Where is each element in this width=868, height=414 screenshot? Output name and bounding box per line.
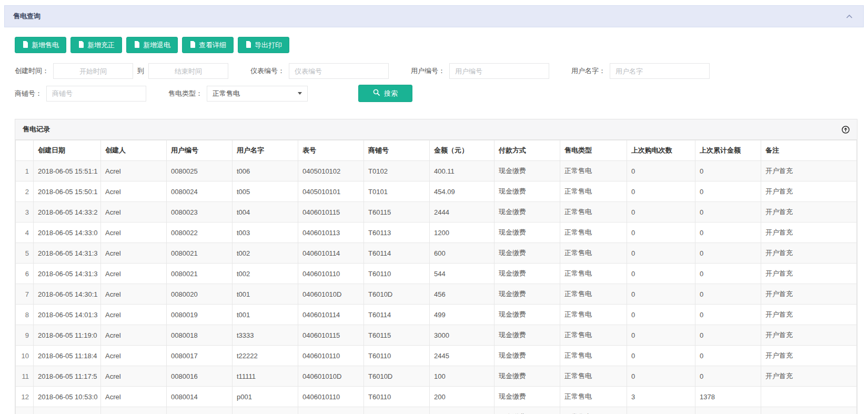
table-row[interactable]: 42018-06-05 14:33:0Acrel0080022t00304060… xyxy=(16,223,857,243)
search-label: 搜索 xyxy=(384,89,398,98)
table-cell: 正常售电 xyxy=(560,202,627,223)
table-cell: 开户首充 xyxy=(761,346,857,366)
table-cell: t3333 xyxy=(233,325,298,346)
file-icon xyxy=(189,41,196,49)
search-button[interactable]: 搜索 xyxy=(358,85,412,102)
table-cell: 0080017 xyxy=(167,346,233,366)
table-cell: 现金缴费 xyxy=(494,264,560,284)
create-time-group: 创建时间： 到 xyxy=(15,63,228,79)
records-table: 创建日期创建人用户编号用户名字表号商铺号金额（元）付款方式售电类型上次购电次数上… xyxy=(15,140,857,414)
collapse-panel-icon[interactable] xyxy=(844,12,855,21)
table-cell: Acrel xyxy=(101,223,167,243)
filter-row-2: 商铺号： 售电类型： 正常售电 搜索 xyxy=(15,85,857,102)
table-cell: 3 xyxy=(627,387,695,407)
records-panel: 售电记录 创建日期创建人用户编号用户名字表号商铺号金额（元）付款方式售电类型上次… xyxy=(15,119,857,414)
table-cell: t002 xyxy=(233,264,298,284)
table-cell: 0080023 xyxy=(167,202,233,223)
table-cell: 开户首充 xyxy=(761,202,857,223)
table-cell: 0 xyxy=(695,264,761,284)
file-icon xyxy=(78,41,84,49)
table-cell: t006 xyxy=(233,161,298,181)
table-cell: 2018-06-05 11:19:0 xyxy=(34,325,101,346)
table-cell: t004 xyxy=(233,202,298,223)
table-row[interactable]: 122018-06-05 10:53:0Acrel0080014p0010406… xyxy=(16,387,857,407)
table-cell: T60115 xyxy=(364,202,430,223)
table-cell: 2018-06-05 10:53:0 xyxy=(34,387,101,407)
table-cell: 400.11 xyxy=(430,161,494,181)
table-row[interactable]: 92018-06-05 11:19:0Acrel0080018t33330406… xyxy=(16,325,857,346)
add-sale-button[interactable]: 新增售电 xyxy=(15,37,66,53)
table-row[interactable]: 52018-06-05 14:31:3Acrel0080021t00204060… xyxy=(16,243,857,264)
table-cell: T60110 xyxy=(364,407,430,414)
user-name-group: 用户名字： xyxy=(571,63,710,79)
column-header: 付款方式 xyxy=(494,140,560,161)
table-cell: t003 xyxy=(233,223,298,243)
table-row[interactable]: 72018-06-05 14:30:1Acrel0080020t00104060… xyxy=(16,284,857,305)
add-refund-button[interactable]: 新增退电 xyxy=(126,37,178,53)
table-row[interactable]: 62018-06-05 14:31:3Acrel0080021t00204060… xyxy=(16,264,857,284)
table-cell: 9 xyxy=(16,325,34,346)
table-cell: 开户首充 xyxy=(761,243,857,264)
table-row[interactable]: 12018-06-05 15:51:1Acrel0080025t00604050… xyxy=(16,161,857,181)
toolbar: 新增售电 新增充正 新增退电 查看详细 导出打印 xyxy=(15,37,857,53)
table-cell: 0080024 xyxy=(167,181,233,202)
table-row[interactable]: 32018-06-05 14:33:2Acrel0080023t00404060… xyxy=(16,202,857,223)
table-cell: 现金缴费 xyxy=(494,284,560,305)
table-cell: 1200 xyxy=(430,223,494,243)
table-row[interactable]: 132018-06-05 10:49:5Acrel0080014p0010406… xyxy=(16,407,857,414)
table-cell: 499 xyxy=(430,305,494,325)
table-cell: T6010D xyxy=(364,284,430,305)
add-recharge-button[interactable]: 新增充正 xyxy=(70,37,122,53)
meter-no-label: 仪表编号： xyxy=(250,66,285,76)
page-title: 售电查询 xyxy=(13,12,41,21)
user-name-label: 用户名字： xyxy=(571,66,605,76)
table-cell: 0406010114 xyxy=(298,243,364,264)
column-header: 创建日期 xyxy=(34,140,101,161)
table-cell: 开户首充 xyxy=(761,264,857,284)
table-cell: Acrel xyxy=(101,387,167,407)
table-cell: 3000 xyxy=(430,325,494,346)
view-detail-button[interactable]: 查看详细 xyxy=(182,37,234,53)
table-cell: 0080014 xyxy=(167,387,233,407)
column-header: 用户名字 xyxy=(233,140,298,161)
table-cell: 0 xyxy=(695,161,761,181)
arrow-up-circle-icon[interactable] xyxy=(842,126,850,134)
column-header: 商铺号 xyxy=(364,140,430,161)
table-row[interactable]: 102018-06-05 11:18:4Acrel0080017t2222204… xyxy=(16,346,857,366)
table-cell: Acrel xyxy=(101,305,167,325)
table-cell: 2444 xyxy=(430,202,494,223)
table-cell: 7 xyxy=(16,284,34,305)
column-header: 备注 xyxy=(761,140,857,161)
table-cell: 现金缴费 xyxy=(494,387,560,407)
table-cell: 2018-06-05 14:31:3 xyxy=(34,264,101,284)
search-icon xyxy=(373,89,380,98)
user-no-input[interactable] xyxy=(449,63,549,79)
table-row[interactable]: 22018-06-05 15:50:1Acrel0080024t00504050… xyxy=(16,181,857,202)
user-name-input[interactable] xyxy=(610,63,710,79)
table-cell: 2018-06-05 15:51:1 xyxy=(34,161,101,181)
start-time-input[interactable] xyxy=(53,63,133,79)
table-cell: T60113 xyxy=(364,223,430,243)
table-cell: T60114 xyxy=(364,305,430,325)
end-time-input[interactable] xyxy=(148,63,228,79)
table-cell: 4 xyxy=(16,223,34,243)
table-cell: 0080021 xyxy=(167,264,233,284)
sale-type-select[interactable]: 正常售电 xyxy=(207,86,308,102)
table-cell: Acrel xyxy=(101,243,167,264)
column-header xyxy=(16,140,34,161)
table-cell: 1 xyxy=(16,161,34,181)
table-row[interactable]: 82018-06-05 14:01:3Acrel0080019t00104060… xyxy=(16,305,857,325)
table-cell: t001 xyxy=(233,305,298,325)
table-cell: 2018-06-05 11:17:5 xyxy=(34,366,101,387)
meter-no-input[interactable] xyxy=(289,63,389,79)
table-cell: 500 xyxy=(430,407,494,414)
table-cell: 0080019 xyxy=(167,305,233,325)
table-row[interactable]: 112018-06-05 11:17:5Acrel0080016t1111104… xyxy=(16,366,857,387)
button-label: 新增充正 xyxy=(87,41,115,50)
table-cell: T60110 xyxy=(364,264,430,284)
export-print-button[interactable]: 导出打印 xyxy=(238,37,289,53)
table-cell: p001 xyxy=(233,387,298,407)
shop-no-input[interactable] xyxy=(46,86,146,102)
table-cell: T60114 xyxy=(364,243,430,264)
table-cell: 2018-06-05 11:18:4 xyxy=(34,346,101,366)
